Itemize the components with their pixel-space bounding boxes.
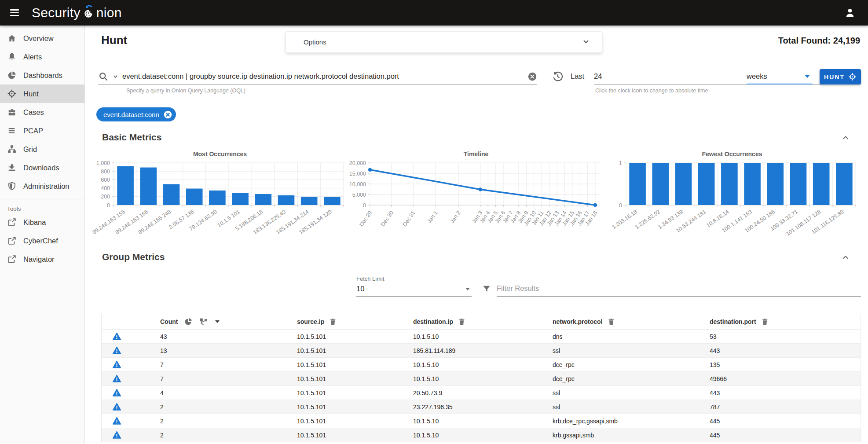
basic-metrics-collapse-icon[interactable] <box>840 132 851 143</box>
cell-count: 7 <box>160 375 297 382</box>
trash-icon[interactable] <box>607 318 615 326</box>
sidebar-item-cyberchef[interactable]: CyberChef <box>0 231 84 250</box>
sidebar-item-kibana[interactable]: Kibana <box>0 213 84 231</box>
cell-destination-ip: 10.1.5.10 <box>413 432 553 439</box>
chart-canvas: 05,00010,00015,00020,000Dec 29Dec 30Dec … <box>348 158 604 240</box>
clear-query-icon[interactable] <box>527 72 537 81</box>
pie-chart-icon <box>7 70 17 80</box>
clock-history-icon[interactable] <box>552 70 564 83</box>
chart-type-caret-icon[interactable] <box>215 320 220 323</box>
table-row[interactable]: 1310.1.5.101185.81.114.189ssl443 <box>102 343 861 357</box>
column-header-destination-ip[interactable]: destination.ip <box>413 318 553 326</box>
sidebar-item-cases[interactable]: Cases <box>0 103 84 121</box>
options-expansion-panel[interactable]: Options <box>286 31 602 53</box>
svg-text:Dec 30: Dec 30 <box>380 210 395 228</box>
column-label: destination.port <box>710 318 756 325</box>
cell-destination-ip: 10.1.5.10 <box>413 361 553 368</box>
svg-text:600: 600 <box>101 177 110 183</box>
user-account-icon[interactable] <box>844 7 856 18</box>
cell-network-protocol: dns <box>553 333 710 340</box>
table-row[interactable]: 210.1.5.10110.1.5.10krb,gssapi,smb445 <box>102 428 861 442</box>
svg-text:5,000: 5,000 <box>352 192 366 198</box>
column-header-destination-port[interactable]: destination.port <box>710 318 861 326</box>
sidebar-item-grid[interactable]: Grid <box>0 140 84 158</box>
table-row[interactable]: 210.1.5.10110.1.5.10krb,dce_rpc,gssapi,s… <box>102 414 861 428</box>
select-caret-icon <box>805 75 810 78</box>
filter-results-input[interactable] <box>497 283 861 297</box>
sidebar-item-administration[interactable]: Administration <box>0 177 84 195</box>
trash-icon[interactable] <box>329 318 337 326</box>
sidebar-item-label: Cases <box>23 108 44 117</box>
column-header-network-protocol[interactable]: network.protocol <box>553 318 710 326</box>
cell-network-protocol: krb,gssapi,smb <box>553 432 710 439</box>
row-warning-icon[interactable] <box>112 430 121 440</box>
cell-count: 2 <box>160 432 297 439</box>
sidebar-item-alerts[interactable]: Alerts <box>0 48 84 66</box>
pie-chart-toggle-icon[interactable] <box>184 317 193 326</box>
sidebar-item-pcap[interactable]: PCAP <box>0 121 84 140</box>
sidebar-item-downloads[interactable]: Downloads <box>0 158 84 177</box>
table-row[interactable]: 710.1.5.10110.1.5.10dce_rpc135 <box>102 357 861 371</box>
sidebar-item-overview[interactable]: Overview <box>0 29 84 48</box>
total-found: Total Found: 24,199 <box>778 36 860 46</box>
row-warning-icon[interactable] <box>112 416 121 426</box>
hamburger-menu-icon[interactable] <box>4 4 25 22</box>
cell-source-ip: 10.1.5.101 <box>297 404 413 411</box>
row-warning-icon[interactable] <box>112 346 121 355</box>
cell-network-protocol: krb,dce_rpc,gssapi,smb <box>553 418 710 425</box>
cell-source-ip: 10.1.5.101 <box>297 375 413 382</box>
group-metrics-collapse-icon[interactable] <box>840 252 851 263</box>
column-label: destination.ip <box>413 318 453 325</box>
row-warning-icon[interactable] <box>112 388 121 397</box>
sidebar-item-dashboards[interactable]: Dashboards <box>0 66 84 84</box>
filter-chip[interactable]: event.dataset:conn <box>96 107 176 121</box>
table-body: 4310.1.5.10110.1.5.10dns531310.1.5.10118… <box>102 329 861 442</box>
group-metrics-title: Group Metrics <box>102 252 165 262</box>
fetch-limit-select[interactable]: Fetch Limit 10 <box>356 275 472 297</box>
cell-destination-ip: 23.227.196.35 <box>413 404 553 411</box>
fetch-limit-label: Fetch Limit <box>356 275 472 282</box>
row-warning-icon[interactable] <box>112 402 121 411</box>
hunt-button[interactable]: HUNT <box>820 69 861 84</box>
trash-icon[interactable] <box>761 318 769 326</box>
row-warning-icon[interactable] <box>112 374 121 383</box>
onion-spiral-icon <box>81 4 96 23</box>
external-link-icon <box>7 254 17 264</box>
svg-text:0: 0 <box>107 202 110 209</box>
cell-destination-ip: 10.1.5.10 <box>413 333 553 340</box>
cell-network-protocol: ssl <box>553 347 710 354</box>
svg-text:1.203.16.18: 1.203.16.18 <box>611 209 638 230</box>
svg-text:200: 200 <box>101 194 110 200</box>
chip-close-icon[interactable] <box>163 110 172 119</box>
time-range-label: Last <box>571 72 584 81</box>
basic-metrics-title: Basic Metrics <box>102 132 161 143</box>
svg-text:1: 1 <box>619 160 622 166</box>
cell-destination-port: 445 <box>710 432 861 439</box>
cell-destination-ip: 10.1.5.10 <box>413 375 553 382</box>
cell-count: 13 <box>160 347 297 354</box>
trash-icon[interactable] <box>458 318 466 326</box>
sankey-diagram-icon[interactable] <box>199 317 208 327</box>
logo-text-prefix: Security <box>32 5 81 20</box>
row-warning-icon[interactable] <box>112 360 121 369</box>
sidebar-item-navigator[interactable]: Navigator <box>0 250 84 268</box>
table-row[interactable]: 410.1.5.10120.50.73.9ssl443 <box>102 385 861 400</box>
query-input[interactable] <box>122 72 527 81</box>
row-warning-icon[interactable] <box>112 332 121 341</box>
time-unit-select[interactable]: weeks <box>747 69 813 84</box>
sidebar-item-hunt[interactable]: Hunt <box>0 84 84 103</box>
table-row[interactable]: 4310.1.5.10110.1.5.10dns53 <box>102 329 861 343</box>
table-row[interactable]: 210.1.5.10123.227.196.35ssl787 <box>102 400 861 414</box>
query-history-chevron-icon[interactable] <box>112 73 119 80</box>
column-header-count[interactable]: Count <box>160 317 297 327</box>
sidebar-item-label: Alerts <box>23 53 42 61</box>
cell-destination-port: 135 <box>710 361 861 368</box>
chart-title: Fewest Occurrences <box>604 150 860 158</box>
cell-count: 7 <box>160 361 297 368</box>
table-row[interactable]: 710.1.5.10110.1.5.10dce_rpc49666 <box>102 371 861 385</box>
cell-source-ip: 10.1.5.101 <box>297 333 413 340</box>
column-header-source-ip[interactable]: source.ip <box>297 318 413 326</box>
cell-destination-ip: 10.1.5.10 <box>413 418 553 425</box>
cell-count: 43 <box>160 333 297 340</box>
column-label: Count <box>160 318 178 325</box>
